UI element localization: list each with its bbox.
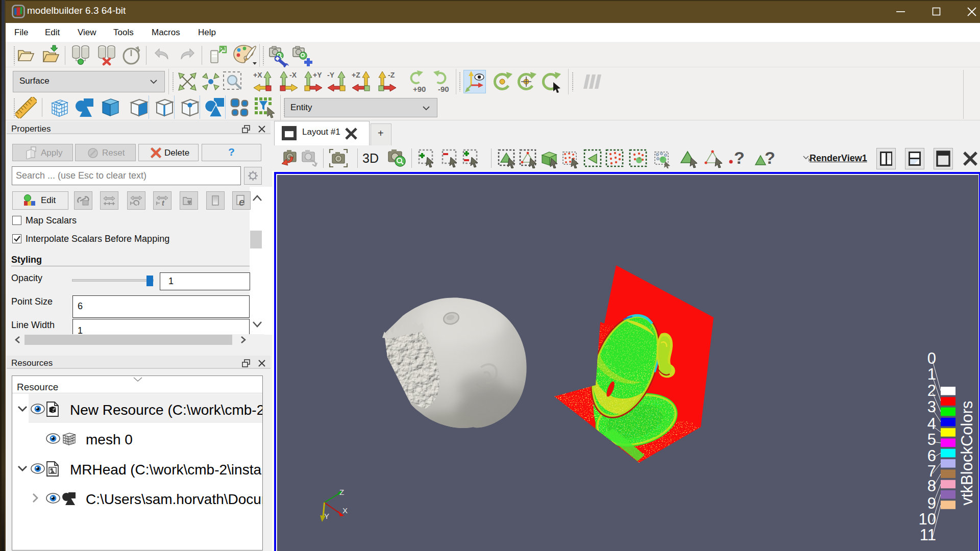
svg-text:-90: -90 (438, 85, 449, 93)
svg-text:0: 0 (927, 349, 936, 367)
svg-text:8: 8 (927, 477, 936, 495)
svg-text:Y: Y (324, 512, 329, 520)
svg-text:11: 11 (920, 526, 936, 544)
svg-text:-Y: -Y (327, 71, 335, 79)
svg-text:?: ? (765, 148, 775, 167)
svg-text:t: t (162, 199, 165, 207)
svg-text:9: 9 (927, 494, 936, 512)
svg-text:+Z: +Z (352, 71, 360, 79)
svg-text:4: 4 (927, 415, 936, 433)
svg-text:+90: +90 (413, 85, 426, 93)
svg-text:1: 1 (927, 365, 936, 383)
svg-text:-Z: -Z (388, 71, 395, 79)
svg-text:X: X (342, 506, 348, 515)
svg-text:+Y: +Y (313, 71, 322, 79)
svg-text:5: 5 (927, 431, 936, 448)
svg-text:2: 2 (927, 382, 936, 399)
svg-text:vtkBlockColors: vtkBlockColors (958, 401, 976, 506)
svg-text:e: e (239, 196, 244, 207)
svg-text:?: ? (734, 148, 745, 167)
svg-text:+X: +X (253, 71, 262, 79)
svg-text:Z: Z (339, 488, 344, 496)
svg-text:-X: -X (289, 71, 297, 79)
